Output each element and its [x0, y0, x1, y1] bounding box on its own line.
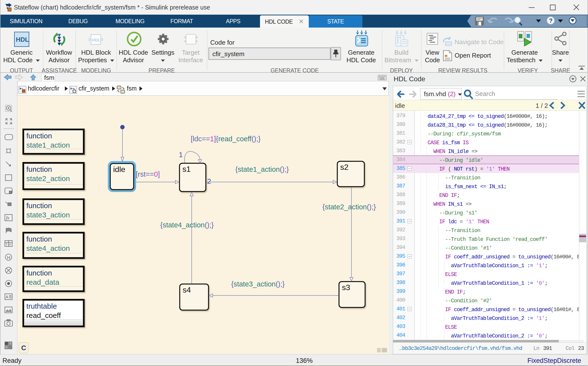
svg-text:T: T: [6, 243, 8, 246]
svg-text:HDL: HDL: [16, 36, 29, 43]
svg-text:F: F: [9, 243, 11, 246]
svg-text:fx: fx: [6, 215, 9, 220]
svg-text:?: ?: [549, 17, 553, 24]
svg-text:A: A: [6, 295, 8, 299]
svg-text:H: H: [7, 255, 10, 260]
svg-text:HDL: HDL: [92, 38, 100, 42]
